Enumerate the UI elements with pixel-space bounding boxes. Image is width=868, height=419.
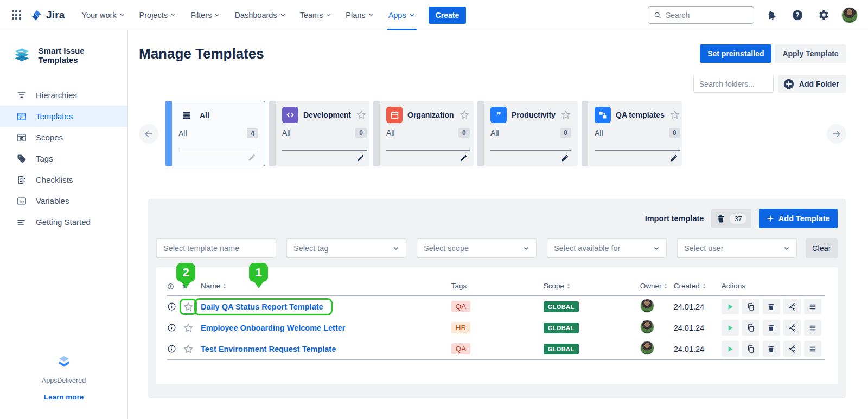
column-scope[interactable]: Scope (544, 282, 640, 290)
folder-card-productivity[interactable]: ” Productivity All 0 (477, 101, 578, 166)
nav-item-projects[interactable]: Projects (132, 0, 183, 30)
delete-action-button[interactable] (763, 299, 780, 314)
sidebar-item-templates[interactable]: Templates (0, 106, 127, 127)
nav-item-apps[interactable]: Apps (381, 0, 422, 30)
star-icon[interactable] (669, 109, 680, 120)
global-search[interactable] (648, 6, 754, 24)
trash-bin-button[interactable]: 37 (711, 209, 751, 228)
jira-logo[interactable]: Jira (30, 9, 65, 21)
more-menu-button[interactable] (804, 320, 821, 336)
edit-folder-icon[interactable] (248, 153, 256, 162)
sidebar-item-checklists[interactable]: Checklists (0, 169, 127, 190)
sidebar-item-variables[interactable]: (x) Variables (0, 190, 127, 211)
folder-stripe (477, 101, 484, 166)
bell-icon (764, 8, 778, 22)
apply-action-button[interactable] (722, 341, 739, 357)
select-scope-dropdown[interactable]: Select scope (417, 238, 537, 258)
star-icon[interactable] (560, 109, 571, 120)
more-menu-button[interactable] (804, 341, 821, 357)
add-folder-button[interactable]: Add Folder (778, 75, 846, 93)
star-icon[interactable] (356, 109, 367, 120)
carousel-prev-button[interactable] (139, 124, 158, 144)
folder-name: Productivity (512, 111, 556, 119)
folder-card-qa-templates[interactable]: QA templates All 0 (582, 101, 682, 166)
folder-card-all[interactable]: All All 4 (165, 101, 265, 166)
sidebar-item-getting-started[interactable]: Getting Started (0, 211, 127, 233)
row-info-button[interactable] (167, 302, 181, 311)
row-favorite-star[interactable] (181, 344, 195, 354)
folder-card-organization[interactable]: Organization All 0 (373, 101, 474, 166)
select-template-name-input[interactable] (156, 238, 276, 258)
delete-action-button[interactable] (763, 341, 780, 357)
template-name-link[interactable]: Test Environment Request Template (201, 345, 336, 353)
apply-action-button[interactable] (722, 299, 739, 314)
sidebar-item-tags[interactable]: Tags (0, 148, 127, 169)
row-favorite-star[interactable] (181, 300, 195, 313)
edit-folder-icon[interactable] (356, 154, 365, 162)
folder-subtitle: All (282, 128, 291, 137)
import-template-link[interactable]: Import template (645, 214, 704, 223)
create-button[interactable]: Create (429, 7, 467, 24)
template-name-link[interactable]: Daily QA Status Report Template (196, 300, 331, 314)
search-input[interactable] (666, 11, 748, 20)
share-action-button[interactable] (783, 341, 801, 357)
owner-avatar (640, 320, 654, 334)
carousel-next-button[interactable] (827, 124, 846, 144)
app-title: Smart Issue Templates (39, 46, 119, 65)
user-avatar-button[interactable] (841, 7, 858, 24)
more-menu-button[interactable] (804, 299, 821, 314)
column-created[interactable]: Created (674, 282, 722, 290)
row-info-button[interactable] (167, 323, 181, 332)
app-grid-icon (12, 10, 21, 20)
sidebar-item-scopes[interactable]: Scopes (0, 127, 127, 148)
search-folders-input[interactable] (693, 75, 774, 93)
owner-avatar (640, 299, 654, 313)
set-preinstalled-button[interactable]: Set preinstalled (700, 44, 771, 63)
copy-action-button[interactable] (742, 341, 760, 357)
arrow-left-icon (143, 128, 154, 139)
edit-folder-icon[interactable] (459, 154, 468, 162)
learn-more-link[interactable]: Learn more (44, 393, 84, 401)
column-name[interactable]: Name (201, 282, 451, 290)
clear-filters-button[interactable]: Clear (806, 238, 838, 258)
select-available-for-dropdown[interactable]: Select available for (547, 238, 667, 258)
help-button[interactable]: ? (789, 7, 806, 24)
column-owner[interactable]: Owner (640, 282, 674, 290)
star-icon (183, 323, 194, 333)
select-user-dropdown[interactable]: Select user (677, 238, 797, 258)
notifications-button[interactable] (763, 7, 780, 24)
templates-icon (16, 111, 27, 122)
copy-action-button[interactable] (742, 320, 760, 336)
getting-started-icon (16, 217, 27, 228)
edit-folder-icon[interactable] (561, 154, 569, 162)
select-tag-dropdown[interactable]: Select tag (286, 238, 406, 258)
app-switcher-button[interactable] (8, 7, 25, 24)
star-icon (183, 344, 194, 354)
apply-action-button[interactable] (722, 320, 739, 336)
nav-item-dashboards[interactable]: Dashboards (227, 0, 292, 30)
sidebar-item-hierarchies[interactable]: Hierarchies (0, 85, 127, 106)
star-icon[interactable] (459, 109, 470, 120)
nav-item-teams[interactable]: Teams (293, 0, 339, 30)
row-info-button[interactable] (167, 344, 181, 353)
settings-button[interactable] (815, 7, 832, 24)
nav-item-filters[interactable]: Filters (183, 0, 227, 30)
copy-action-button[interactable] (742, 299, 760, 314)
trash-icon (716, 214, 725, 223)
arrow-right-icon (831, 128, 842, 139)
share-action-button[interactable] (783, 299, 801, 314)
edit-folder-icon[interactable] (670, 154, 678, 162)
templates-table: 2 1 Name Tags Scope (156, 267, 838, 384)
add-template-button[interactable]: Add Template (759, 209, 838, 228)
folder-card-development[interactable]: Development All 0 (269, 101, 369, 166)
nav-item-plans[interactable]: Plans (339, 0, 381, 30)
share-action-button[interactable] (783, 320, 801, 336)
nav-item-your-work[interactable]: Your work (75, 0, 132, 30)
delete-action-button[interactable] (763, 320, 780, 336)
apply-template-button[interactable]: Apply Template (775, 44, 846, 63)
trash-count-badge: 37 (730, 214, 746, 224)
trash-icon (767, 345, 775, 353)
svg-text:”: ” (496, 110, 501, 119)
template-name-link[interactable]: Employee Onboarding Welcome Letter (201, 324, 345, 332)
row-favorite-star[interactable] (181, 323, 195, 333)
